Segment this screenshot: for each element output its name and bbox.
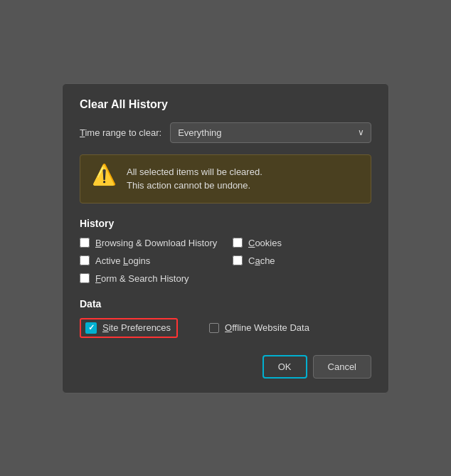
offline-data-wrapper[interactable]: Offline Website Data bbox=[209, 322, 371, 333]
browsing-checkbox[interactable] bbox=[80, 238, 90, 248]
site-preferences-highlighted-wrapper[interactable]: Site Preferences bbox=[80, 318, 178, 338]
browsing-label: Browsing & Download History bbox=[95, 238, 217, 248]
site-preferences-label: Site Preferences bbox=[102, 322, 171, 333]
checkbox-form[interactable]: Form & Search History bbox=[80, 273, 218, 284]
time-range-row: Time range to clear: Everything Last Hou… bbox=[80, 122, 371, 143]
cookies-label: Cookies bbox=[248, 238, 282, 248]
logins-label: Active Logins bbox=[95, 255, 150, 266]
ok-button[interactable]: OK bbox=[262, 355, 307, 379]
form-label: Form & Search History bbox=[95, 273, 189, 284]
checkbox-logins[interactable]: Active Logins bbox=[80, 255, 218, 266]
time-range-label: Time range to clear: bbox=[80, 127, 161, 138]
warning-box: ⚠️ All selected items will be cleared. T… bbox=[80, 154, 371, 203]
cookies-checkbox[interactable] bbox=[233, 238, 243, 248]
offline-label: Offline Website Data bbox=[225, 322, 309, 333]
data-section-title: Data bbox=[80, 298, 371, 310]
warning-text: All selected items will be cleared. This… bbox=[127, 165, 262, 193]
history-checkboxes: Browsing & Download History Cookies Acti… bbox=[80, 238, 371, 284]
data-checkbox-row: Site Preferences Offline Website Data bbox=[80, 318, 371, 338]
checkbox-browsing[interactable]: Browsing & Download History bbox=[80, 238, 218, 248]
cache-label: Cache bbox=[248, 255, 275, 266]
time-range-select-wrapper[interactable]: Everything Last Hour Last Two Hours Last… bbox=[170, 122, 371, 143]
checkbox-cache[interactable]: Cache bbox=[233, 255, 371, 266]
dialog-title: Clear All History bbox=[80, 98, 371, 111]
time-range-select[interactable]: Everything Last Hour Last Two Hours Last… bbox=[170, 122, 371, 143]
form-checkbox[interactable] bbox=[80, 273, 90, 283]
button-row: OK Cancel bbox=[80, 355, 371, 379]
site-preferences-checkbox-checked[interactable] bbox=[85, 322, 97, 334]
warning-icon: ⚠️ bbox=[92, 165, 117, 185]
offline-checkbox-unchecked[interactable] bbox=[209, 323, 219, 333]
data-section: Data Site Preferences Offline Website Da… bbox=[80, 298, 371, 338]
history-section-title: History bbox=[80, 218, 371, 229]
checkbox-cookies[interactable]: Cookies bbox=[233, 238, 371, 248]
clear-history-dialog: Clear All History Time range to clear: E… bbox=[62, 83, 389, 393]
cache-checkbox[interactable] bbox=[233, 255, 243, 265]
cancel-button[interactable]: Cancel bbox=[313, 355, 371, 379]
logins-checkbox[interactable] bbox=[80, 255, 90, 265]
